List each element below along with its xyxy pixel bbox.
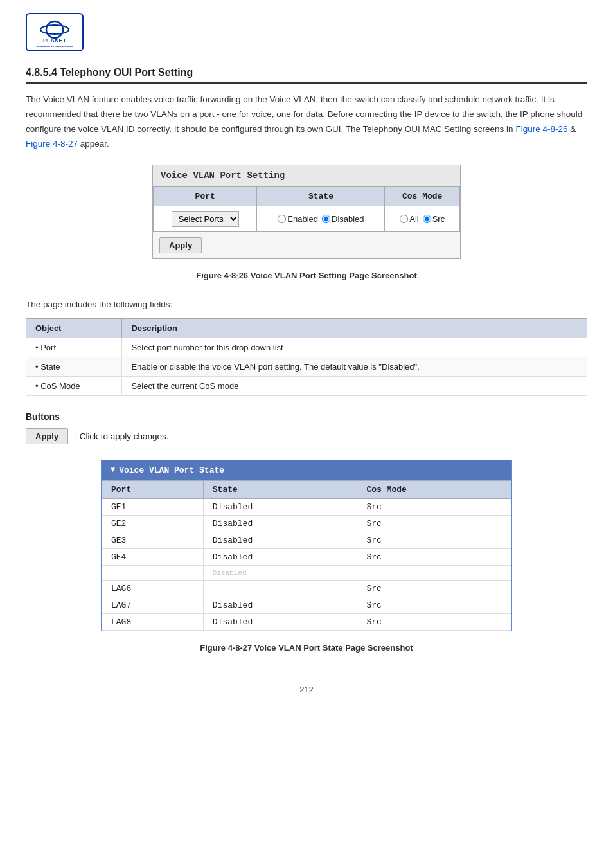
- port-cell[interactable]: Select Ports: [154, 206, 257, 231]
- scroll-row: Disabled: [102, 565, 511, 580]
- state-port-cell: [102, 565, 204, 580]
- table-row: Select Ports Enabled Disabled: [154, 206, 460, 231]
- state-port-cell: GE4: [102, 548, 204, 565]
- figure2-caption: Figure 4-8-27 Voice VLAN Port State Page…: [200, 643, 413, 653]
- table-row: GE3 Disabled Src: [102, 532, 511, 548]
- state-state-cell: Disabled: [203, 498, 357, 515]
- state-table: Port State Cos Mode GE1 Disabled Src GE2…: [102, 480, 511, 631]
- disabled-radio[interactable]: [322, 215, 330, 223]
- cos-radio-group: All Src: [391, 214, 453, 224]
- state-cos-cell: Src: [357, 548, 511, 565]
- field-object: CoS Mode: [26, 376, 122, 395]
- state-state-cell: Disabled: [203, 597, 357, 613]
- col-cos-mode: Cos Mode: [385, 186, 460, 206]
- state-port-cell: LAG7: [102, 597, 204, 613]
- all-label[interactable]: All: [400, 214, 418, 224]
- svg-point-1: [40, 25, 69, 34]
- state-state-cell: Disabled: [203, 532, 357, 548]
- all-radio[interactable]: [400, 215, 408, 223]
- svg-text:PLANET: PLANET: [43, 37, 67, 44]
- table-row: CoS Mode Select the current CoS mode: [26, 376, 587, 395]
- state-port-cell: GE2: [102, 515, 204, 532]
- state-port-cell: GE3: [102, 532, 204, 548]
- src-radio[interactable]: [423, 215, 431, 223]
- apply-btn-buttons[interactable]: Apply: [26, 428, 68, 444]
- table-row: State Enable or disable the voice VLAN p…: [26, 357, 587, 376]
- table-row: LAG7 Disabled Src: [102, 597, 511, 613]
- fields-col-object: Object: [26, 318, 122, 338]
- state-cos-cell: Src: [357, 613, 511, 630]
- vlan-setting-title: Voice VLAN Port Setting: [153, 165, 460, 186]
- field-description: Enable or disable the voice VLAN port se…: [122, 357, 587, 376]
- intro-text3: appear.: [80, 139, 109, 149]
- state-port-cell: LAG8: [102, 613, 204, 630]
- state-col-state: State: [203, 480, 357, 498]
- state-port-cell: LAG6: [102, 580, 204, 597]
- table-row: GE2 Disabled Src: [102, 515, 511, 532]
- panel-arrow: ▼: [111, 466, 115, 475]
- apply-button[interactable]: Apply: [159, 237, 202, 253]
- state-cos-cell: [357, 565, 511, 580]
- state-panel-header: ▼ Voice VLAN Port State: [102, 460, 511, 480]
- state-state-cell: Disabled: [203, 548, 357, 565]
- apply-row: Apply: [153, 232, 460, 258]
- cos-cell: All Src: [385, 206, 460, 231]
- state-cos-cell: Src: [357, 515, 511, 532]
- state-cos-cell: Src: [357, 580, 511, 597]
- table-row: GE4 Disabled Src: [102, 548, 511, 565]
- col-state: State: [257, 186, 385, 206]
- apply-description: : Click to apply changes.: [75, 431, 168, 441]
- col-port: Port: [154, 186, 257, 206]
- state-radio-group: Enabled Disabled: [263, 214, 378, 224]
- figure2-caption-text: Figure 4-8-27 Voice VLAN Port State Page…: [200, 643, 413, 653]
- buttons-section: Buttons Apply : Click to apply changes.: [26, 411, 587, 444]
- field-object: State: [26, 357, 122, 376]
- disabled-label[interactable]: Disabled: [322, 214, 364, 224]
- port-setting-figure: Voice VLAN Port Setting Port State Cos M…: [26, 165, 587, 293]
- figure-link-2[interactable]: Figure 4-8-27: [26, 139, 78, 149]
- svg-text:Networking & Communication: Networking & Communication: [36, 45, 73, 47]
- field-description: Select port number for this drop down li…: [122, 338, 587, 357]
- state-panel-title: Voice VLAN Port State: [119, 466, 224, 475]
- figure1-caption-text: Figure 4-8-26 Voice VLAN Port Setting Pa…: [196, 271, 417, 280]
- state-panel: ▼ Voice VLAN Port State Port State Cos M…: [101, 460, 512, 631]
- logo-area: PLANET Networking & Communication: [26, 13, 587, 51]
- logo: PLANET Networking & Communication: [26, 13, 84, 51]
- fields-col-description: Description: [122, 318, 587, 338]
- state-col-port: Port: [102, 480, 204, 498]
- vlan-setting-box: Voice VLAN Port Setting Port State Cos M…: [152, 165, 461, 259]
- state-state-cell: [203, 580, 357, 597]
- table-row: Port Select port number for this drop do…: [26, 338, 587, 357]
- page-number: 212: [26, 685, 587, 694]
- vlan-setting-table: Port State Cos Mode Select Ports: [153, 186, 460, 232]
- intro-text2: &: [570, 124, 576, 134]
- figure-link-1[interactable]: Figure 4-8-26: [515, 124, 567, 134]
- figure1-caption: Figure 4-8-26 Voice VLAN Port Setting Pa…: [196, 271, 417, 280]
- state-cell: Enabled Disabled: [257, 206, 385, 231]
- table-row: LAG8 Disabled Src: [102, 613, 511, 630]
- apply-inline: Apply : Click to apply changes.: [26, 428, 587, 444]
- enabled-radio[interactable]: [278, 215, 286, 223]
- buttons-heading: Buttons: [26, 411, 587, 422]
- intro-paragraph: The Voice VLAN feature enables voice tra…: [26, 93, 587, 152]
- state-cos-cell: Src: [357, 532, 511, 548]
- state-port-cell: GE1: [102, 498, 204, 515]
- select-ports-dropdown[interactable]: Select Ports: [172, 211, 239, 227]
- table-row: LAG6 Src: [102, 580, 511, 597]
- svg-point-0: [46, 21, 63, 38]
- state-state-cell: Disabled: [203, 565, 357, 580]
- fields-table: Object Description Port Select port numb…: [26, 318, 587, 396]
- field-description: Select the current CoS mode: [122, 376, 587, 395]
- section-title: 4.8.5.4 Telephony OUI Port Setting: [26, 67, 587, 84]
- src-label[interactable]: Src: [423, 214, 445, 224]
- state-cos-cell: Src: [357, 597, 511, 613]
- enabled-label[interactable]: Enabled: [278, 214, 318, 224]
- state-state-cell: Disabled: [203, 515, 357, 532]
- table-row: GE1 Disabled Src: [102, 498, 511, 515]
- field-object: Port: [26, 338, 122, 357]
- state-state-cell: Disabled: [203, 613, 357, 630]
- state-cos-cell: Src: [357, 498, 511, 515]
- planet-logo-svg: PLANET Networking & Communication: [35, 18, 74, 47]
- intro-text1: The Voice VLAN feature enables voice tra…: [26, 95, 582, 134]
- fields-intro: The page includes the following fields:: [26, 300, 587, 309]
